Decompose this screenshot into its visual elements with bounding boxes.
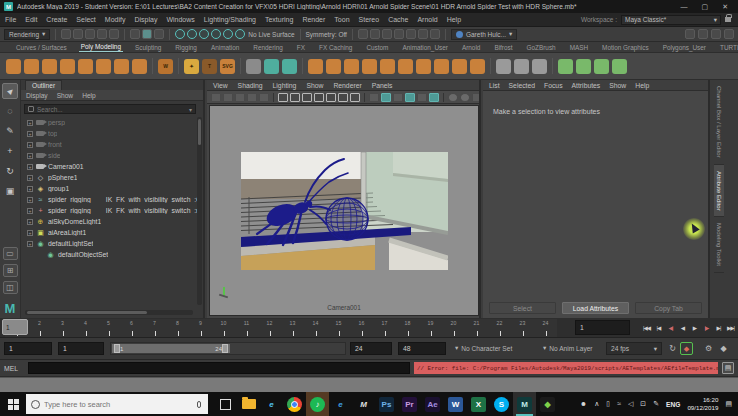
expand-icon[interactable]: +: [27, 164, 33, 170]
go-to-end-button[interactable]: ▶▶|: [725, 322, 736, 335]
outliner-item-defaultobjectset[interactable]: ◉defaultObjectSet: [21, 249, 197, 260]
lock-workspace-icon[interactable]: [725, 17, 731, 22]
viewport-menu-view[interactable]: View: [213, 82, 228, 89]
snap-view-plane-icon[interactable]: [223, 29, 233, 39]
safe-action-icon[interactable]: [338, 93, 348, 102]
expand-icon[interactable]: +: [27, 153, 33, 159]
resolution-gate-icon[interactable]: [302, 93, 312, 102]
shelf-tab-gozbrush[interactable]: GoZBrush: [525, 43, 558, 52]
taskbar-app-skype[interactable]: S: [490, 392, 513, 416]
loop-icon[interactable]: ↻: [666, 342, 679, 355]
taskbar-app-premiere[interactable]: Pr: [398, 392, 421, 416]
gamma-icon[interactable]: [460, 93, 470, 102]
expand-icon[interactable]: +: [27, 175, 33, 181]
step-back-frame-button[interactable]: |◀: [653, 322, 664, 335]
range-slider-bar[interactable]: 1 24: [112, 344, 230, 353]
shelf-tab-sculpting[interactable]: Sculpting: [133, 43, 163, 52]
shelf-tab-mash[interactable]: MASH: [568, 43, 590, 52]
outliner-menu-show[interactable]: Show: [57, 92, 74, 99]
outliner-item-persp[interactable]: +persp: [21, 117, 197, 128]
play-forwards-button[interactable]: ▶: [689, 322, 700, 335]
user-account-menu[interactable]: Gareth Hulc...▾: [451, 29, 517, 40]
error-message[interactable]: // Error: file: C:/Program Files/Autodes…: [414, 362, 718, 374]
render-settings-icon[interactable]: [382, 29, 392, 39]
outliner-item-aiskydomelight1[interactable]: +⊕aiSkyDomeLight1: [21, 216, 197, 227]
outliner-item-front[interactable]: +front: [21, 139, 197, 150]
shelf-quad-draw-icon[interactable]: [612, 59, 627, 74]
shelf-mirror-icon[interactable]: [398, 59, 413, 74]
viewport-menu-renderer[interactable]: Renderer: [333, 82, 361, 89]
playback-end-field[interactable]: 24: [350, 342, 392, 355]
taskbar-app-internet-explorer[interactable]: e: [260, 392, 283, 416]
shelf-tab-animation[interactable]: Animation: [209, 43, 241, 52]
viewport-menu-lighting[interactable]: Lighting: [273, 82, 297, 89]
step-forward-frame-button[interactable]: ▶|: [713, 322, 724, 335]
shelf-tab-polygons-user[interactable]: Polygons_User: [661, 43, 708, 52]
taskbar-app-resolve[interactable]: ◆: [536, 392, 559, 416]
select-hierarchy-icon[interactable]: [130, 29, 140, 39]
taskbar-search[interactable]: [26, 394, 208, 414]
make-live-icon[interactable]: [235, 29, 245, 39]
ao-icon[interactable]: [429, 93, 439, 102]
snap-point-icon[interactable]: [199, 29, 209, 39]
viewport-menu-shading[interactable]: Shading: [238, 82, 263, 89]
menu-texturing[interactable]: Texturing: [265, 16, 293, 23]
set-key-icon[interactable]: ◆: [717, 342, 730, 355]
taskbar-app-chrome[interactable]: [283, 392, 306, 416]
expand-icon[interactable]: +: [27, 142, 33, 148]
shelf-combine-icon[interactable]: [308, 59, 323, 74]
shelf-boolean-difference-icon[interactable]: [576, 59, 591, 74]
go-to-start-button[interactable]: |◀◀: [641, 322, 652, 335]
lighting-mode-icon[interactable]: [418, 29, 428, 39]
anim-layer-selector[interactable]: ▾No Anim Layer: [543, 344, 593, 352]
outliner-item-group1[interactable]: +◈group1: [21, 183, 197, 194]
frame-strip[interactable]: 123456789101112131415161718192021222324: [5, 319, 557, 337]
shelf-merge-vertices-icon[interactable]: [344, 59, 359, 74]
taskbar-app-maya-file[interactable]: M: [352, 392, 375, 416]
shelf-multi-cut-icon[interactable]: [496, 59, 511, 74]
expand-icon[interactable]: +: [27, 197, 33, 203]
notification-center-icon[interactable]: ▤: [725, 400, 732, 408]
range-end-handle[interactable]: [222, 344, 228, 353]
open-scene-icon[interactable]: [73, 29, 83, 39]
menu-display[interactable]: Display: [134, 16, 157, 23]
menu-render[interactable]: Render: [302, 16, 325, 23]
shelf-extrude-icon[interactable]: [434, 59, 449, 74]
outliner-search[interactable]: ▾: [24, 104, 196, 114]
lasso-select-tool[interactable]: ◌: [2, 103, 18, 119]
start-button[interactable]: [0, 392, 26, 416]
play-backwards-button[interactable]: ◀: [677, 322, 688, 335]
hidden-icons-chevron[interactable]: ∧: [594, 400, 599, 408]
current-time-field[interactable]: 1: [575, 320, 630, 335]
ae-menu-attributes[interactable]: Attributes: [572, 82, 601, 89]
taskbar-app-edge[interactable]: e: [329, 392, 352, 416]
textured-mode-icon[interactable]: [406, 29, 416, 39]
four-pane-layout[interactable]: ⊞: [3, 264, 18, 277]
show-tool-settings-icon[interactable]: [711, 29, 721, 39]
shelf-tab-turtle[interactable]: TURTLE: [718, 43, 738, 52]
workspace-selector[interactable]: Maya Classic*▾: [621, 15, 721, 25]
sidebar-tab-channel-box-layer-editor[interactable]: Channel Box / Layer Editor: [714, 80, 724, 165]
ae-menu-selected[interactable]: Selected: [509, 82, 535, 89]
viewport-menu-show[interactable]: Show: [306, 82, 323, 89]
shelf-poly-torus-icon[interactable]: [78, 59, 93, 74]
safe-title-icon[interactable]: [350, 93, 360, 102]
view-transform-icon[interactable]: [472, 93, 479, 102]
menu-edit[interactable]: Edit: [25, 16, 37, 23]
snap-curve-icon[interactable]: [187, 29, 197, 39]
ae-menu-list[interactable]: List: [489, 82, 500, 89]
minimize-button[interactable]: —: [681, 3, 688, 11]
shelf-poly-pipe-icon[interactable]: [96, 59, 111, 74]
viewport-menu-panels[interactable]: Panels: [372, 82, 393, 89]
gate-mask-icon[interactable]: [314, 93, 324, 102]
shelf-measure-tool-icon[interactable]: [264, 59, 279, 74]
shelf-offset-edge-loop-icon[interactable]: [532, 59, 547, 74]
expand-icon[interactable]: +: [27, 186, 33, 192]
menu-stereo[interactable]: Stereo: [359, 16, 380, 23]
viewport-canvas[interactable]: Camera001: [209, 105, 479, 316]
shelf-tab-curves-surfaces[interactable]: Curves / Surfaces: [14, 43, 69, 52]
expand-icon[interactable]: +: [27, 219, 33, 225]
display-icon[interactable]: ⊡: [640, 400, 646, 408]
menu-toon[interactable]: Toon: [334, 16, 349, 23]
split-pane-layout[interactable]: ◫: [3, 281, 18, 294]
